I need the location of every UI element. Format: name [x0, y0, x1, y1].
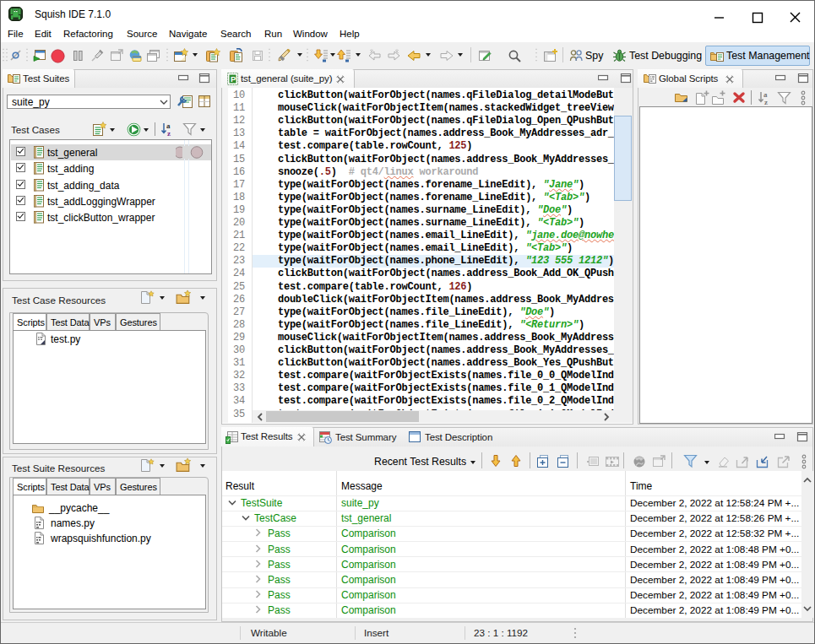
- svg-text:P: P: [231, 74, 236, 84]
- svg-text:z: z: [764, 98, 768, 106]
- svg-text:z: z: [167, 129, 171, 137]
